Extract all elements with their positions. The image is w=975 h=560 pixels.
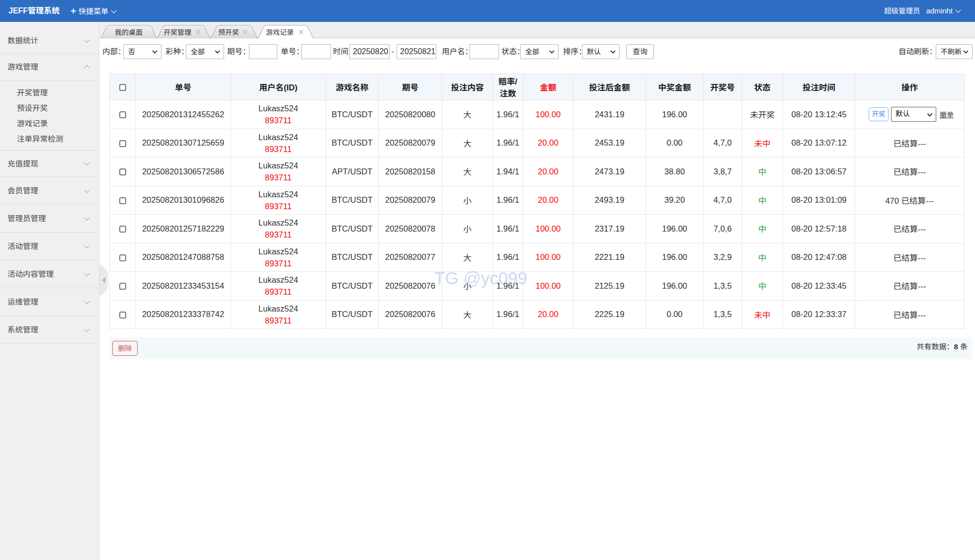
svg-text:游戏记录: 游戏记录	[266, 28, 294, 36]
svg-text:开奖管理: 开奖管理	[163, 28, 191, 36]
svg-text:我的桌面: 我的桌面	[115, 28, 143, 36]
svg-text:预开奖: 预开奖	[218, 28, 239, 36]
